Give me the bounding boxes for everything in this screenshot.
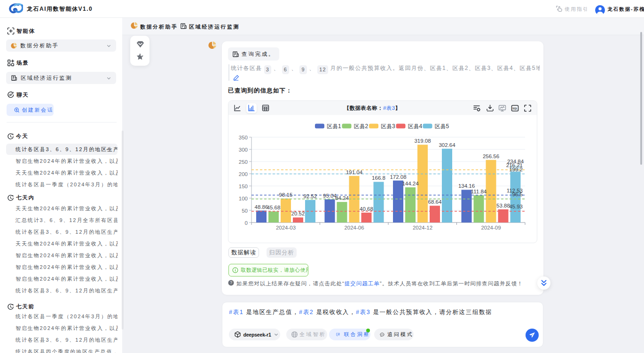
svg-text:区县3: 区县3 <box>381 123 395 130</box>
svg-text:2024-06: 2024-06 <box>344 225 364 230</box>
svg-text:200: 200 <box>239 171 248 177</box>
svg-text:234.84: 234.84 <box>507 159 524 164</box>
svg-text:300: 300 <box>239 147 248 153</box>
svg-text:区县5: 区县5 <box>435 123 449 130</box>
svg-text:95.04: 95.04 <box>323 193 337 199</box>
svg-text:134.16: 134.16 <box>458 183 475 189</box>
svg-text:92.52: 92.52 <box>304 193 317 199</box>
svg-text:111.84: 111.84 <box>471 189 487 194</box>
svg-text:350: 350 <box>239 135 248 140</box>
svg-text:172.08: 172.08 <box>390 174 406 180</box>
svg-text:45.68: 45.68 <box>267 205 281 210</box>
svg-text:区县1: 区县1 <box>327 123 341 130</box>
svg-text:53.88: 53.88 <box>496 203 510 208</box>
svg-text:2024-09: 2024-09 <box>481 225 501 230</box>
svg-text:96.5: 96.5 <box>512 192 523 197</box>
svg-text:2024-03: 2024-03 <box>276 225 296 230</box>
svg-text:302.64: 302.64 <box>439 142 456 148</box>
svg-text:48.86: 48.86 <box>255 204 268 210</box>
svg-text:150: 150 <box>239 184 248 189</box>
svg-text:256.56: 256.56 <box>483 153 499 159</box>
svg-text:319.08: 319.08 <box>414 138 431 144</box>
svg-text:144.24: 144.24 <box>402 181 419 186</box>
svg-text:?: ? <box>230 280 232 285</box>
svg-text:40.68: 40.68 <box>360 206 373 212</box>
svg-text:191.04: 191.04 <box>346 169 363 175</box>
svg-text:199.2: 199.2 <box>509 167 523 172</box>
svg-text:SQL: SQL <box>512 107 518 110</box>
svg-text:84.24: 84.24 <box>335 195 349 201</box>
svg-text:250: 250 <box>239 159 248 165</box>
svg-text:166.8: 166.8 <box>372 175 385 181</box>
svg-text:区县4: 区县4 <box>408 123 423 130</box>
svg-text:0: 0 <box>245 220 248 226</box>
svg-text:区县2: 区县2 <box>354 123 369 130</box>
svg-text:50: 50 <box>242 208 248 214</box>
svg-text:98.15: 98.15 <box>279 192 293 198</box>
svg-text:68.64: 68.64 <box>428 199 442 205</box>
svg-text:45.93: 45.93 <box>509 204 523 209</box>
svg-text:20.52: 20.52 <box>291 211 305 216</box>
svg-text:100: 100 <box>239 196 248 201</box>
svg-text:2024-12: 2024-12 <box>413 225 432 230</box>
